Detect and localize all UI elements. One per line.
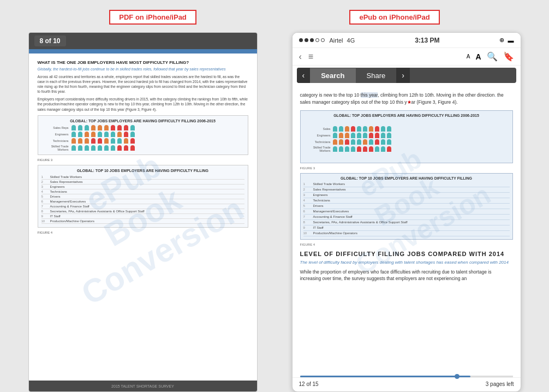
- pdf-main-heading: WHAT IS THE ONE JOB EMPLOYERS HAVE MOST …: [38, 60, 248, 65]
- table-row: Sales: [303, 126, 510, 132]
- pdf-list-items: 1Skilled Trade Workers2Sales Representat…: [41, 175, 244, 224]
- pdf-top-bar: 8 of 10: [29, 33, 257, 49]
- pdf-figure3: FIGURE 3: [38, 158, 248, 162]
- pdf-para1: Across all 42 countries and territories …: [38, 74, 248, 94]
- pdf-device: 8 of 10 ePubBookConversion WHAT IS THE O…: [28, 32, 258, 392]
- list-item: 7Accounting & Finance Staff: [41, 204, 244, 209]
- epub-figure3: FIGURE 3: [300, 167, 513, 170]
- pdf-para2: Employers report considerably more diffi…: [38, 97, 248, 111]
- table-row: Skilled Trade Workers: [41, 145, 244, 151]
- font-size-large-icon[interactable]: A: [475, 52, 481, 61]
- pdf-footer-text: 2015 TALENT SHORTAGE SURVEY: [111, 384, 174, 388]
- next-button[interactable]: ›: [396, 68, 410, 83]
- list-item: 3Engineers: [41, 185, 244, 189]
- list-item: 8Secretaries, PAs, Administrative Assist…: [41, 209, 244, 214]
- epub-chart2-title: GLOBAL: TOP 10 JOBS EMPLOYERS ARE HAVING…: [303, 176, 510, 180]
- search-button[interactable]: Search: [310, 68, 355, 83]
- epub-network: 4G: [347, 37, 355, 44]
- list-item: 4Technicians: [41, 189, 244, 194]
- pdf-bottom-bar: 2015 TALENT SHORTAGE SURVEY: [29, 381, 257, 391]
- list-item: 3Engineers: [303, 193, 510, 198]
- epub-nav-right: A A 🔍 🔖: [467, 51, 514, 62]
- font-size-small-icon[interactable]: A: [467, 54, 470, 60]
- epub-search-share: ‹ Search Share ›: [297, 68, 516, 83]
- pdf-blue-bar: [29, 49, 257, 54]
- epub-pages-left: 3 pages left: [486, 381, 514, 387]
- epub-search-share-bar: ‹ Search Share ›: [293, 66, 521, 85]
- pdf-figure4: FIGURE 4: [38, 231, 248, 234]
- epub-progress-bar: [300, 376, 513, 377]
- toc-icon[interactable]: ≡: [308, 52, 313, 62]
- list-item: 7Accounting & Finance Staff: [303, 215, 510, 220]
- epub-label: ePub on iPhone/iPad: [349, 10, 439, 25]
- list-item: 1Skilled Trade Workers: [303, 182, 510, 187]
- battery-icon: ▬: [508, 37, 514, 44]
- share-button[interactable]: Share: [356, 68, 397, 83]
- list-item: 2Sales Representatives: [41, 180, 244, 185]
- list-item: 9IT Staff: [41, 214, 244, 219]
- epub-highlight: this year: [361, 92, 378, 98]
- back-icon[interactable]: ‹: [299, 52, 302, 62]
- pdf-chart1: GLOBAL: TOP JOBS EMPLOYERS ARE HAVING DI…: [38, 115, 248, 155]
- list-item: 6Management/Executives: [41, 199, 244, 204]
- signal-dot-2: [305, 38, 308, 42]
- table-row: Skilled Trade Workers: [303, 146, 510, 152]
- epub-progress-dot: [455, 374, 460, 379]
- prev-button[interactable]: ‹: [297, 68, 311, 83]
- epub-time: 3:13 PM: [415, 37, 439, 44]
- signal-dot-5: [321, 38, 325, 42]
- list-item: 8Secretaries, PAs, Administrative Assist…: [303, 220, 510, 225]
- pdf-chart2: GLOBAL: TOP 10 JOBS EMPLOYERS ARE HAVING…: [38, 165, 248, 228]
- list-item: 6Management/Executives: [303, 209, 510, 215]
- epub-progress-fill: [300, 376, 470, 377]
- signal-dot-3: [310, 38, 314, 42]
- epub-nav-left: ‹ ≡: [299, 52, 314, 62]
- epub-chart1-content: Sales: [303, 119, 510, 160]
- pdf-subtitle: Globally, the hardest-to-fill jobs conti…: [38, 67, 248, 71]
- list-item: 5Drivers: [303, 204, 510, 209]
- table-row: Technicians: [41, 138, 244, 144]
- epub-figure4: FIGURE 4: [300, 243, 513, 246]
- list-item: 2Sales Representatives: [303, 187, 510, 193]
- pdf-page-indicator: 8 of 10: [34, 35, 66, 46]
- pdf-content: ePubBookConversion WHAT IS THE ONE JOB E…: [29, 54, 257, 381]
- epub-chart1: GLOBAL: TOP JOBS EMPLOYERS ARE HAVING DI…: [300, 110, 513, 163]
- epub-list-items: 1Skilled Trade Workers2Sales Representat…: [303, 182, 510, 236]
- pdf-chart2-title: GLOBAL: TOP 10 JOBS EMPLOYERS ARE HAVING…: [41, 169, 244, 173]
- epub-chart2: GLOBAL: TOP 10 JOBS EMPLOYERS ARE HAVING…: [300, 173, 513, 240]
- epub-section-title: LEVEL OF DIFFICULTY FILLING JOBS COMPARE…: [300, 251, 513, 257]
- epub-italic-blue: The level of difficulty faced by employe…: [300, 259, 513, 265]
- epub-para1: category is new to the top 10 this year,…: [300, 92, 513, 106]
- pdf-chart1-title: GLOBAL: TOP JOBS EMPLOYERS ARE HAVING DI…: [41, 119, 244, 123]
- pdf-label: PDF on iPhone/iPad: [109, 10, 196, 25]
- bookmark-icon[interactable]: 🔖: [503, 51, 514, 62]
- list-item: 4Technicians: [303, 198, 510, 204]
- table-row: Engineers: [41, 132, 244, 137]
- location-icon: ⊕: [499, 37, 504, 44]
- epub-bottom-bar: 12 of 15 3 pages left: [293, 377, 521, 391]
- epub-signal: Airtel 4G: [299, 37, 355, 44]
- list-item: 9IT Staff: [303, 225, 510, 231]
- search-icon[interactable]: 🔍: [487, 51, 498, 62]
- table-row: Technicians: [303, 139, 510, 145]
- table-row: Engineers: [303, 133, 510, 138]
- list-item: 10Production/Machine Operators: [303, 231, 510, 236]
- pdf-chart1-rows: Sales Reps: [41, 125, 244, 151]
- list-item: 5Drivers: [41, 194, 244, 199]
- table-row: Sales Reps: [41, 125, 244, 130]
- epub-chart1-title: GLOBAL: TOP JOBS EMPLOYERS ARE HAVING DI…: [303, 114, 510, 117]
- epub-device: Airtel 4G 3:13 PM ⊕ ▬ ‹ ≡ A A 🔍 🔖: [292, 32, 521, 392]
- list-item: 1Skilled Trade Workers: [41, 175, 244, 180]
- epub-nav-bar: ‹ ≡ A A 🔍 🔖: [293, 48, 521, 66]
- epub-status-bar: Airtel 4G 3:13 PM ⊕ ▬: [293, 33, 521, 48]
- epub-carrier: Airtel: [330, 37, 343, 44]
- epub-status-icons: ⊕ ▬: [499, 37, 514, 44]
- list-item: 10Production/Machine Operators: [41, 219, 244, 224]
- epub-page-info: 12 of 15: [299, 381, 319, 387]
- signal-dot-4: [315, 38, 319, 42]
- epub-para2: While the proportion of employers who fa…: [300, 269, 513, 283]
- signal-dot-1: [299, 38, 303, 42]
- epub-content: ePubBookConversion category is new to th…: [293, 85, 521, 376]
